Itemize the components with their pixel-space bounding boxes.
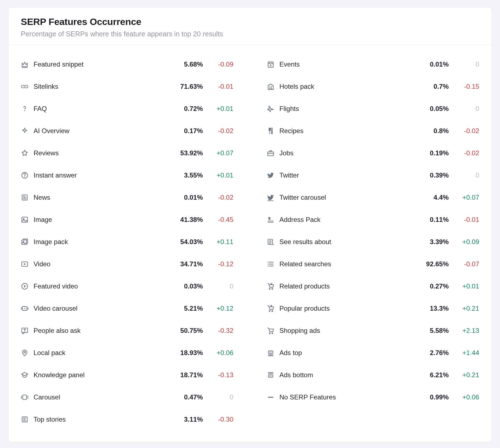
feature-label: Twitter (280, 171, 413, 179)
feature-label: Video carousel (34, 305, 167, 312)
feature-percentage: 0.47% (167, 393, 203, 401)
feature-label: Ads top (280, 349, 413, 357)
results-about-icon (267, 238, 280, 246)
feature-percentage: 5.68% (167, 60, 203, 68)
feature-percentage: 3.39% (413, 238, 449, 246)
feature-delta: +0.21 (449, 371, 479, 379)
feature-percentage: 18.93% (167, 349, 203, 357)
feature-delta: -0.01 (203, 83, 233, 90)
feature-label: Address Pack (280, 216, 413, 224)
feature-label: Related searches (280, 260, 413, 268)
video-carousel-icon (21, 305, 34, 312)
star-icon (21, 149, 34, 157)
feature-delta: 0 (203, 393, 233, 401)
feature-percentage: 3.11% (167, 416, 203, 423)
sparkle-icon (21, 127, 34, 135)
feature-label: Popular products (280, 305, 413, 312)
cart-related-icon (267, 282, 280, 290)
feature-row: AI Overview0.17%-0.02 (21, 120, 233, 142)
plane-icon (267, 105, 280, 113)
feature-delta: +0.07 (449, 194, 479, 201)
feature-row: FAQ0.72%+0.01 (21, 98, 233, 120)
feature-label: Related products (280, 282, 413, 290)
question-mark-icon (21, 105, 34, 113)
feature-percentage: 5.21% (167, 305, 203, 312)
feature-row: Ads top2.76%+1.44 (267, 342, 479, 364)
feature-percentage: 0.11% (413, 216, 449, 224)
feature-delta: +0.06 (203, 349, 233, 357)
feature-row: Events0.01%0 (267, 53, 479, 75)
feature-label: Hotels pack (280, 83, 413, 90)
feature-percentage: 0.39% (413, 171, 449, 179)
news-icon (21, 194, 34, 201)
feature-row: Ads bottom6.21%+0.21 (267, 364, 479, 386)
people-also-ask-icon (21, 327, 34, 335)
feature-label: Top stories (34, 416, 167, 423)
feature-percentage: 5.58% (413, 327, 449, 335)
feature-column: Featured snippet5.68%-0.09Sitelinks71.63… (21, 53, 233, 431)
list-icon (267, 260, 280, 268)
twitter-carousel-icon (267, 194, 280, 201)
feature-percentage: 13.3% (413, 305, 449, 312)
feature-delta: 0 (449, 105, 479, 113)
feature-label: Flights (280, 105, 413, 113)
feature-row: See results about3.39%+0.09 (267, 231, 479, 253)
cart-icon (267, 327, 280, 335)
feature-percentage: 0.72% (167, 105, 203, 113)
feature-row: Twitter0.39%0 (267, 164, 479, 186)
feature-label: Featured video (34, 282, 167, 290)
feature-row: No SERP Features0.99%+0.06 (267, 386, 479, 408)
feature-label: Image (34, 216, 167, 224)
feature-row: Recipes0.8%-0.02 (267, 120, 479, 142)
feature-delta: +0.06 (449, 393, 479, 401)
feature-delta: -0.09 (203, 60, 233, 68)
feature-label: News (34, 194, 167, 201)
feature-row: Video34.71%-0.12 (21, 253, 233, 275)
carousel-icon (21, 393, 34, 401)
feature-delta: -0.32 (203, 327, 233, 335)
cart-popular-icon (267, 305, 280, 312)
feature-label: Image pack (34, 238, 167, 246)
feature-label: Shopping ads (280, 327, 413, 335)
twitter-icon (267, 171, 280, 179)
calendar-star-icon (267, 60, 280, 68)
feature-label: Featured snippet (34, 60, 167, 68)
feature-delta: +0.01 (449, 282, 479, 290)
feature-row: People also ask50.75%-0.32 (21, 320, 233, 342)
feature-delta: +0.01 (203, 105, 233, 113)
feature-delta: -0.01 (449, 216, 479, 224)
feature-label: No SERP Features (280, 393, 413, 401)
feature-delta: -0.07 (449, 260, 479, 268)
feature-percentage: 0.27% (413, 282, 449, 290)
feature-percentage: 92.65% (413, 260, 449, 268)
feature-delta: +1.44 (449, 349, 479, 357)
feature-label: Carousel (34, 393, 167, 401)
feature-percentage: 6.21% (413, 371, 449, 379)
feature-row: Knowledge panel18.71%-0.13 (21, 364, 233, 386)
feature-delta: 0 (203, 282, 233, 290)
feature-label: Jobs (280, 149, 413, 157)
feature-row: Sitelinks71.63%-0.01 (21, 75, 233, 98)
feature-percentage: 34.71% (167, 260, 203, 268)
feature-delta: 0 (449, 171, 479, 179)
feature-label: Local pack (34, 349, 167, 357)
feature-delta: -0.02 (203, 127, 233, 135)
feature-label: Reviews (34, 149, 167, 157)
card-body: Featured snippet5.68%-0.09Sitelinks71.63… (9, 45, 491, 442)
feature-delta: +0.07 (203, 149, 233, 157)
feature-label: See results about (280, 238, 413, 246)
feature-percentage: 0.7% (413, 83, 449, 90)
feature-column: Events0.01%0Hotels pack0.7%-0.15Flights0… (267, 53, 479, 431)
feature-percentage: 0.01% (413, 60, 449, 68)
question-circle-icon (21, 171, 34, 179)
feature-row: Top stories3.11%-0.30 (21, 408, 233, 431)
feature-percentage: 0.17% (167, 127, 203, 135)
utensils-icon (267, 127, 280, 135)
feature-percentage: 3.55% (167, 171, 203, 179)
feature-row: Image41.38%-0.45 (21, 209, 233, 231)
feature-label: Twitter carousel (280, 194, 413, 201)
image-pack-icon (21, 238, 34, 246)
feature-label: Ads bottom (280, 371, 413, 379)
briefcase-icon (267, 149, 280, 157)
link-icon (21, 83, 34, 90)
